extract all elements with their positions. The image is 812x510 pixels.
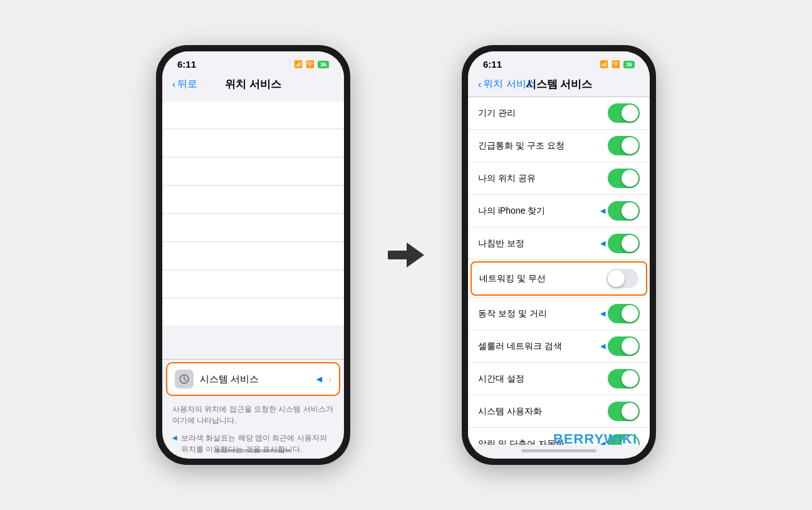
right-nav-bar: ‹ 위치 서비스 시스템 서비스 [468,73,650,97]
compass-location-icon: ◀ [600,239,605,247]
left-home-indicator [216,449,291,452]
find-iphone-location-icon: ◀ [600,207,605,215]
list-item-networking-highlighted[interactable]: 네트워킹 및 무선 [471,261,647,296]
motion-location-icon: ◀ [600,310,605,318]
right-screen: 6:11 📶 🛜 36 ‹ 위치 서비스 시스템 서비스 기기 관리 [468,51,650,459]
right-signal-icon: 📶 [600,60,608,68]
left-time: 6:11 [177,59,196,70]
right-chevron-left-icon: ‹ [478,79,481,90]
toggle-customization[interactable] [608,402,640,421]
item-label-cellular: 셀룰러 네트워크 검색 [478,341,600,352]
left-back-button[interactable]: ‹ 뒤로 [172,78,197,91]
signal-icon: 📶 [294,60,303,68]
right-list-group: 기기 관리 긴급통화 및 구조 요청 나의 위치 공유 나의 iPhone 찾기… [468,97,650,445]
toggle-find-iphone[interactable] [608,201,640,221]
right-home-indicator [521,449,596,452]
description-main: 사용자의 위치에 접근을 요청한 시스템 서비스가 여기에 나타납니다. [172,405,333,425]
item-label-motion: 동작 보정 및 거리 [478,308,600,320]
left-back-label: 뒤로 [177,78,197,91]
left-status-bar: 6:11 📶 🛜 36 [162,51,344,73]
battery-icon: 36 [318,61,329,68]
item-label-compass: 나침반 보정 [478,238,600,249]
left-status-icons: 📶 🛜 36 [294,60,329,68]
chevron-left-icon: ‹ [172,79,175,90]
toggle-device[interactable] [608,103,640,123]
toggle-motion[interactable] [608,304,640,323]
item-label-customization: 시스템 사용자화 [478,406,608,417]
item-label-device: 기기 관리 [478,108,608,119]
toggle-emergency[interactable] [608,136,640,155]
right-iphone: 6:11 📶 🛜 36 ‹ 위치 서비스 시스템 서비스 기기 관리 [462,45,656,465]
system-services-label: 시스템 서비스 [200,373,310,385]
list-item-compass[interactable]: 나침반 보정 ◀ [468,227,650,260]
right-status-bar: 6:11 📶 🛜 36 [468,51,650,73]
wifi-icon: 🛜 [306,60,315,68]
system-services-row[interactable]: 시스템 서비스 ◀ › [166,362,340,396]
toggle-networking[interactable] [606,269,638,288]
purple-arrow-icon: ◀ [172,433,177,442]
right-battery-icon: 36 [623,61,635,68]
list-item-timezone[interactable]: 시간대 설정 [468,363,650,395]
right-status-icons: 📶 🛜 36 [600,60,635,68]
right-list: 기기 관리 긴급통화 및 구조 요청 나의 위치 공유 나의 iPhone 찾기… [468,97,650,445]
right-back-label: 위치 서비스 [483,78,536,91]
list-item-emergency[interactable]: 긴급통화 및 구조 요청 [468,130,650,162]
arrow-container [388,242,424,268]
list-item-device-management[interactable]: 기기 관리 [468,97,650,130]
left-nav-title: 위치 서비스 [225,77,281,91]
list-item-find-iphone[interactable]: 나의 iPhone 찾기 ◀ [468,195,650,227]
right-arrow [388,242,424,268]
item-label-networking: 네트워킹 및 무선 [479,273,606,284]
left-nav-bar: ‹ 뒤로 위치 서비스 [162,73,344,96]
toggle-compass[interactable] [608,234,640,253]
location-arrow-icon: ◀ [316,375,322,383]
chevron-right-icon: › [328,373,331,385]
list-item-customization[interactable]: 시스템 사용자화 [468,395,650,428]
list-item-cellular[interactable]: 셀룰러 네트워크 검색 ◀ [468,330,650,363]
cellular-location-icon: ◀ [600,342,605,350]
left-content-area [162,96,344,360]
toggle-timezone[interactable] [608,369,640,388]
watermark: BERRYWIKI [553,431,637,447]
item-label-find-iphone: 나의 iPhone 찾기 [478,206,600,217]
left-highlighted-section: 시스템 서비스 ◀ › [162,360,344,398]
list-item-motion[interactable]: 동작 보정 및 거리 ◀ [468,297,650,330]
item-label-emergency: 긴급통화 및 구조 요청 [478,140,608,152]
item-label-location-share: 나의 위치 공유 [478,173,608,184]
item-label-timezone: 시간대 설정 [478,373,608,385]
right-back-button[interactable]: ‹ 위치 서비스 [478,78,536,91]
list-item-location-share[interactable]: 나의 위치 공유 [468,162,650,195]
left-iphone: 6:11 📶 🛜 36 ‹ 뒤로 위치 서비스 [156,45,350,465]
right-wifi-icon: 🛜 [612,60,620,68]
left-screen: 6:11 📶 🛜 36 ‹ 뒤로 위치 서비스 [162,51,344,459]
toggle-location-share[interactable] [608,169,640,188]
right-time: 6:11 [483,59,502,70]
toggle-cellular[interactable] [608,336,640,356]
system-services-icon [175,370,194,388]
